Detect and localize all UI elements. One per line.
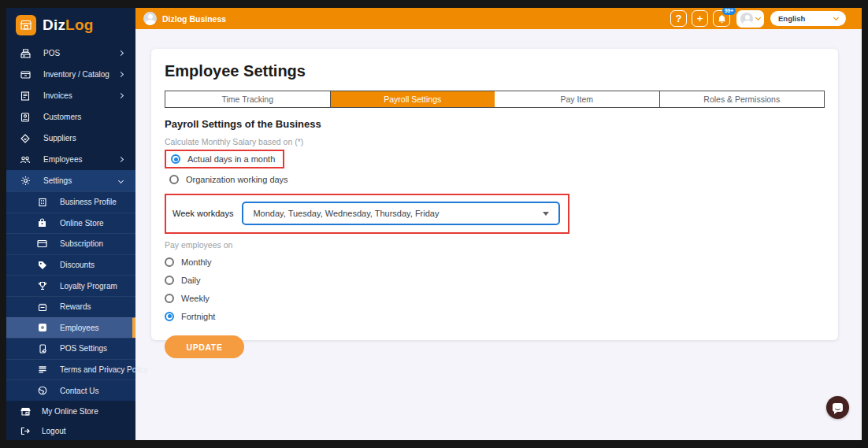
week-workdays-value: Monday, Tuesday, Wednesday, Thursday, Fr… xyxy=(253,209,543,218)
discounts-icon xyxy=(37,261,47,270)
sidebar: DizLog POS Inventory / Catalog Invoices … xyxy=(6,8,135,440)
business-profile-icon xyxy=(37,198,47,207)
subscription-icon xyxy=(37,239,47,248)
radio-unselected-icon xyxy=(165,276,174,285)
business-account[interactable]: Dizlog Business xyxy=(143,12,670,25)
add-button[interactable]: + xyxy=(692,10,708,27)
storefront-logo-icon xyxy=(16,15,36,35)
week-workdays-label: Week workdays xyxy=(172,209,233,218)
settings-icon xyxy=(20,176,31,186)
chevron-right-icon xyxy=(118,157,124,162)
invoices-icon xyxy=(20,91,31,101)
chevron-right-icon xyxy=(118,93,124,98)
chevron-down-icon xyxy=(833,15,839,20)
sidebar-subitem-contact-us[interactable]: Contact Us xyxy=(6,380,135,401)
app-window: DizLog POS Inventory / Catalog Invoices … xyxy=(6,8,862,440)
suppliers-icon xyxy=(20,134,31,143)
logo[interactable]: DizLog xyxy=(6,8,135,43)
tab-time-tracking[interactable]: Time Tracking xyxy=(165,91,331,107)
annotation-highlight-week-workdays: Week workdays Monday, Tuesday, Wednesday… xyxy=(165,194,569,234)
logo-text: DizLog xyxy=(43,17,94,34)
radio-unselected-icon xyxy=(169,175,179,184)
notifications-button[interactable]: 99+ xyxy=(713,10,730,27)
business-avatar xyxy=(143,12,157,25)
radio-fortnight[interactable]: Fortnight xyxy=(165,307,825,325)
week-workdays-select[interactable]: Monday, Tuesday, Wednesday, Thursday, Fr… xyxy=(242,202,560,225)
notification-badge: 99+ xyxy=(722,8,736,15)
chevron-right-icon xyxy=(118,50,124,56)
rewards-icon xyxy=(37,302,47,312)
sidebar-item-settings[interactable]: Settings xyxy=(6,170,135,191)
terms-icon xyxy=(37,365,47,374)
pay-frequency-options: Monthly Daily Weekly Fortnight xyxy=(165,253,825,325)
radio-weekly[interactable]: Weekly xyxy=(165,289,825,307)
sidebar-subitem-rewards[interactable]: Rewards xyxy=(6,296,135,317)
radio-unselected-icon xyxy=(165,257,174,267)
dropdown-arrow-icon xyxy=(543,212,549,216)
tab-payroll-settings[interactable]: Payroll Settings xyxy=(331,91,495,107)
logout-icon xyxy=(20,427,31,435)
radio-unselected-icon xyxy=(165,294,174,303)
customers-icon xyxy=(20,113,31,122)
sidebar-subitem-employees[interactable]: Employees xyxy=(6,317,135,339)
online-store-icon xyxy=(37,218,47,228)
top-bar: Dizlog Business ? + 99+ English xyxy=(135,8,862,29)
employees-settings-icon xyxy=(37,323,47,332)
settings-tabs: Time Tracking Payroll Settings Pay Item … xyxy=(165,91,825,108)
sidebar-item-my-online-store[interactable]: My Online Store xyxy=(6,402,135,421)
annotation-highlight-salary-option: Actual days in a month xyxy=(165,150,284,168)
pay-employees-label: Pay employees on xyxy=(165,240,825,250)
sidebar-subitem-terms[interactable]: Terms and Privacy Policy xyxy=(6,359,135,380)
sidebar-subitem-discounts[interactable]: Discounts xyxy=(6,254,135,276)
radio-organization-working-days[interactable]: Organization working days xyxy=(165,172,825,187)
section-title: Payroll Settings of the Business xyxy=(165,118,825,130)
tab-roles-permissions[interactable]: Roles & Permissions xyxy=(660,91,825,107)
sidebar-item-customers[interactable]: Customers xyxy=(6,106,135,128)
employees-icon xyxy=(20,155,31,165)
user-avatar xyxy=(740,13,753,25)
tab-pay-item[interactable]: Pay Item xyxy=(495,91,660,107)
sidebar-subitem-business-profile[interactable]: Business Profile xyxy=(6,191,135,213)
contact-icon xyxy=(37,386,47,395)
inventory-icon xyxy=(20,70,31,80)
sidebar-item-inventory[interactable]: Inventory / Catalog xyxy=(6,64,135,85)
radio-actual-days[interactable]: Actual days in a month xyxy=(171,154,275,164)
bell-icon xyxy=(718,14,726,24)
loyalty-icon xyxy=(37,281,47,291)
sidebar-item-employees[interactable]: Employees xyxy=(6,149,135,170)
help-button[interactable]: ? xyxy=(670,10,687,27)
radio-daily[interactable]: Daily xyxy=(165,271,825,289)
sidebar-item-invoices[interactable]: Invoices xyxy=(6,85,135,106)
sidebar-item-logout[interactable]: Logout xyxy=(6,421,135,440)
user-menu[interactable] xyxy=(736,10,764,28)
chevron-down-icon xyxy=(118,178,124,183)
chevron-down-icon xyxy=(755,15,761,20)
salary-basis-label: Calculate Monthly Salary based on (*) xyxy=(165,137,825,146)
page-title: Employee Settings xyxy=(165,62,825,80)
sidebar-subitem-pos-settings[interactable]: POS Settings xyxy=(6,338,135,359)
employee-settings-card: Employee Settings Time Tracking Payroll … xyxy=(151,49,838,340)
sidebar-item-pos[interactable]: POS xyxy=(6,43,135,64)
chat-widget-button[interactable] xyxy=(826,396,849,419)
chevron-right-icon xyxy=(118,72,124,77)
storefront-icon xyxy=(20,407,31,416)
sidebar-subitem-subscription[interactable]: Subscription xyxy=(6,233,135,254)
radio-selected-icon xyxy=(171,154,180,164)
sidebar-item-suppliers[interactable]: Suppliers xyxy=(6,128,135,149)
radio-selected-icon xyxy=(165,312,174,321)
sidebar-subitem-online-store[interactable]: Online Store xyxy=(6,213,135,234)
update-button[interactable]: UPDATE xyxy=(165,335,244,358)
chat-bubble-icon xyxy=(833,403,843,412)
radio-monthly[interactable]: Monthly xyxy=(165,253,825,271)
pos-icon xyxy=(20,49,31,58)
sidebar-subitem-loyalty-program[interactable]: Loyalty Program xyxy=(6,275,135,296)
pos-settings-icon xyxy=(37,344,47,354)
language-select[interactable]: English xyxy=(770,11,846,26)
